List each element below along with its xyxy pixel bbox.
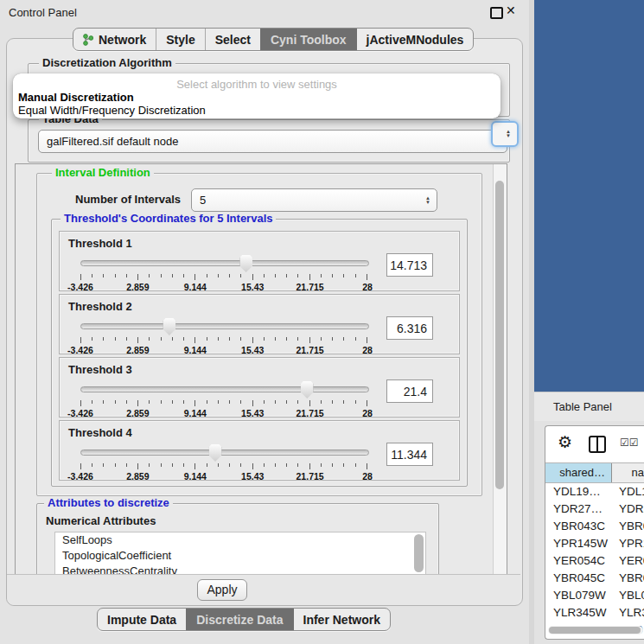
interval-definition-group: Interval Definition Number of Intervals … xyxy=(36,173,482,496)
close-icon[interactable]: ✕ xyxy=(506,3,516,17)
panel-title: Control Panel xyxy=(9,6,77,19)
tab-jactivemnodules[interactable]: jActiveMNodules xyxy=(356,29,474,50)
threshold-slider[interactable]: -3.4262.8599.14415.4321.71528 xyxy=(80,380,367,417)
horizontal-scrollbar-thumb[interactable] xyxy=(549,627,641,634)
table-cell[interactable]: YPR145W xyxy=(545,535,612,552)
table-row[interactable]: YLR345WYLR3 xyxy=(545,604,644,622)
table-row[interactable]: YBL079WYBL0 xyxy=(545,587,644,604)
table-cell[interactable]: YLR345W xyxy=(545,604,612,622)
apply-button[interactable]: Apply xyxy=(197,579,247,601)
slider-tick-label: 15.43 xyxy=(241,282,264,292)
slider-thumb[interactable] xyxy=(163,318,175,335)
table-cell[interactable]: YBR0 xyxy=(612,570,644,587)
slider-tick-label: 28 xyxy=(362,408,373,418)
network-tab-icon xyxy=(83,34,93,46)
slider-tick-label: 15.43 xyxy=(241,345,264,355)
threshold-value-field[interactable]: 14.713 xyxy=(386,253,433,277)
list-item[interactable]: SelfLoops xyxy=(55,532,425,548)
table-row[interactable]: YBR043CYBR0 xyxy=(545,518,644,535)
slider-tick-label: 9.144 xyxy=(184,345,207,355)
popup-placeholder: Select algorithm to view settings xyxy=(13,78,501,91)
tab-discretize-data[interactable]: Discretize Data xyxy=(186,609,292,630)
table-row[interactable]: YBR045CYBR0 xyxy=(545,570,644,587)
tab-infer-network[interactable]: Infer Network xyxy=(293,609,390,630)
slider-tick-label: 21.715 xyxy=(296,408,324,418)
vertical-scrollbar[interactable] xyxy=(493,164,507,574)
algorithm-combo-stepper[interactable]: ▲▼ xyxy=(491,121,519,147)
table-cell[interactable]: YPR1 xyxy=(612,535,644,552)
table-cell[interactable]: YER054C xyxy=(545,552,612,570)
popup-option-manual-discretization[interactable]: Manual Discretization xyxy=(18,91,134,104)
table-cell[interactable]: YDR2 xyxy=(612,501,644,518)
select-columns-icon[interactable]: ☑☑ xyxy=(620,437,639,449)
table-row[interactable]: YDL19…YDL1 xyxy=(545,483,644,501)
table-toolbar: ⚙ ☑☑ xyxy=(545,426,644,462)
table-rows-holder: YDL19…YDL1YDR27…YDR2YBR043CYBR0YPR145WYP… xyxy=(545,483,644,639)
discretization-algorithm-label: Discretization Algorithm xyxy=(39,57,175,69)
slider-thumb[interactable] xyxy=(301,381,314,399)
table-cell[interactable]: YDL19… xyxy=(545,483,612,501)
threshold-slider[interactable]: -3.4262.8599.14415.4321.71528 xyxy=(80,254,367,290)
attributes-list-scrollbar[interactable] xyxy=(414,534,424,572)
tab-style[interactable]: Style xyxy=(156,29,204,50)
tab-impute-data[interactable]: Impute Data xyxy=(98,609,186,630)
slider-ticks xyxy=(80,337,367,344)
table-panel-titlebar: Table Panel xyxy=(534,392,644,422)
split-columns-icon[interactable] xyxy=(589,436,606,453)
vertical-scrollbar-thumb[interactable] xyxy=(495,181,504,489)
slider-tick-labels: -3.4262.8599.14415.4321.71528 xyxy=(80,471,367,481)
threshold-value-field[interactable]: 11.344 xyxy=(386,443,433,466)
list-item[interactable]: TopologicalCoefficient xyxy=(55,548,425,564)
table-data-combobox[interactable]: galFiltered.sif default node ▲▼ xyxy=(38,130,507,153)
table-row[interactable]: YER054CYER0 xyxy=(545,552,644,570)
threshold-box: Threshold 1 -3.4262.8599.14415.4321.7152… xyxy=(59,231,460,291)
slider-track[interactable] xyxy=(80,260,369,266)
table-cell[interactable]: YBL079W xyxy=(545,587,612,604)
column-header-name[interactable]: na xyxy=(612,463,644,482)
tab-select[interactable]: Select xyxy=(205,29,260,50)
float-window-icon[interactable] xyxy=(490,7,503,19)
number-of-intervals-value: 5 xyxy=(200,194,206,207)
slider-track[interactable] xyxy=(80,323,369,329)
table-cell[interactable]: YBR045C xyxy=(545,570,612,587)
table-cell[interactable]: YBR043C xyxy=(545,518,612,535)
stepper-icon: ▲▼ xyxy=(506,130,511,138)
settings-scroll-viewport: Interval Definition Number of Intervals … xyxy=(15,163,507,575)
threshold-label: Threshold 2 xyxy=(68,300,132,313)
number-of-intervals-combobox[interactable]: 5 ▲▼ xyxy=(191,188,437,212)
slider-thumb[interactable] xyxy=(209,444,222,462)
threshold-box: Threshold 3 -3.4262.8599.14415.4321.7152… xyxy=(59,357,460,418)
horizontal-scrollbar[interactable] xyxy=(548,626,643,634)
table-cell[interactable]: YBL0 xyxy=(612,587,644,604)
table-cell[interactable]: YBR0 xyxy=(612,518,644,535)
table-data-group: Table Data galFiltered.sif default node … xyxy=(28,119,510,163)
table-cell[interactable]: YDL1 xyxy=(612,483,644,501)
slider-tick-label: -3.426 xyxy=(67,408,93,418)
attr-items-holder: SelfLoopsTopologicalCoefficientBetweenne… xyxy=(55,532,425,575)
threshold-box: Threshold 4 -3.4262.8599.14415.4321.7152… xyxy=(59,420,460,481)
threshold-value-field[interactable]: 6.316 xyxy=(386,316,433,340)
slider-tick-label: -3.426 xyxy=(67,282,93,292)
slider-thumb[interactable] xyxy=(239,255,252,272)
table-data-combobox-value: galFiltered.sif default node xyxy=(47,135,178,148)
column-header-shared[interactable]: shared… xyxy=(545,463,612,482)
slider-tick-label: 15.43 xyxy=(241,471,264,481)
tab-cyni-toolbox[interactable]: Cyni Toolbox xyxy=(260,29,356,50)
threshold-slider[interactable]: -3.4262.8599.14415.4321.71528 xyxy=(80,443,367,480)
slider-tick-label: 9.144 xyxy=(184,471,207,481)
slider-track[interactable] xyxy=(80,450,369,456)
threshold-slider[interactable]: -3.4262.8599.14415.4321.71528 xyxy=(80,317,367,354)
numerical-attributes-list[interactable]: SelfLoopsTopologicalCoefficientBetweenne… xyxy=(54,532,426,575)
popup-option-equal-width[interactable]: Equal Width/Frequency Discretization xyxy=(18,104,206,117)
table-cell[interactable]: YLR3 xyxy=(612,604,644,622)
table-cell[interactable]: YDR27… xyxy=(545,501,612,518)
cyni-bottom-tabbar: Impute Data Discretize Data Infer Networ… xyxy=(97,608,391,631)
table-row[interactable]: YPR145WYPR1 xyxy=(545,535,644,552)
thresholds-group: Threshold's Coordinates for 5 Intervals … xyxy=(51,219,468,487)
tab-network[interactable]: Network xyxy=(73,29,156,50)
table-cell[interactable]: YER0 xyxy=(612,552,644,570)
slider-track[interactable] xyxy=(80,386,369,392)
table-row[interactable]: YDR27…YDR2 xyxy=(545,501,644,518)
threshold-value-field[interactable]: 21.4 xyxy=(386,379,433,403)
gear-icon[interactable]: ⚙ xyxy=(558,432,572,452)
